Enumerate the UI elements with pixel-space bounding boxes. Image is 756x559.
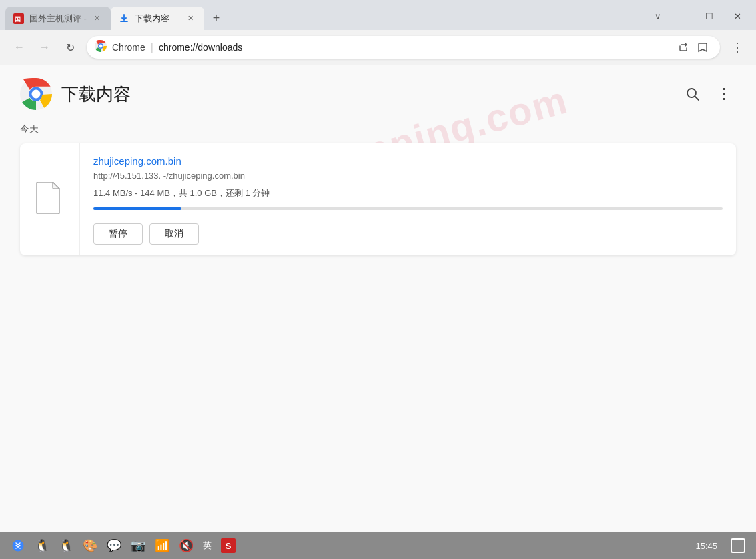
- forward-button[interactable]: →: [33, 36, 56, 59]
- back-button[interactable]: ←: [8, 36, 31, 59]
- download-card: zhujiceping.com.bin http://45.151.133. -…: [20, 143, 736, 255]
- download-actions: 暂停 取消: [93, 223, 723, 245]
- qq1-icon[interactable]: 🐧: [35, 538, 49, 553]
- bluetooth-icon[interactable]: [11, 538, 25, 553]
- minimize-button[interactable]: —: [668, 6, 695, 26]
- address-chrome-icon: [95, 40, 107, 55]
- tab1-favicon: 国: [13, 13, 24, 24]
- chrome-logo: [20, 78, 52, 110]
- ime-icon[interactable]: S: [221, 538, 236, 553]
- new-tab-button[interactable]: +: [207, 9, 226, 27]
- cancel-button[interactable]: 取消: [149, 223, 199, 245]
- download-file-icon-section: [20, 143, 80, 255]
- chevron-icon[interactable]: ∨: [655, 11, 667, 21]
- download-filename[interactable]: zhujiceping.com.bin: [93, 155, 723, 167]
- download-speed: 11.4 MB/s - 144 MB，共 1.0 GB，还剩 1 分钟: [93, 187, 723, 199]
- nav-bar: ← → ↻ Chrome | chrome://downloads: [0, 30, 756, 65]
- address-separator: |: [151, 41, 153, 53]
- camera-icon[interactable]: 📷: [131, 538, 145, 553]
- progress-bar-container: [93, 207, 723, 210]
- progress-bar-fill: [93, 207, 181, 210]
- page-content: zhujiceping.com 下载内容 ⋮: [0, 65, 756, 532]
- taskbar-time: 15:45: [695, 541, 717, 551]
- tab2-close[interactable]: ✕: [185, 13, 196, 24]
- taskbar: 🐧 🐧 🎨 💬 📷 📶 🔇 英 S 15:45: [0, 532, 756, 559]
- main-menu-button[interactable]: ⋮: [725, 36, 748, 59]
- address-url: chrome://downloads: [159, 42, 668, 53]
- qq2-icon[interactable]: 🐧: [59, 538, 73, 553]
- bookmark-button[interactable]: [693, 38, 712, 57]
- notification-button[interactable]: [731, 538, 745, 553]
- page-header-left: 下载内容: [20, 78, 131, 110]
- tab2-favicon: [119, 13, 129, 24]
- svg-point-4: [99, 45, 103, 48]
- tab1-close[interactable]: ✕: [92, 13, 103, 24]
- more-menu-button[interactable]: ⋮: [711, 81, 736, 107]
- close-button[interactable]: ✕: [724, 6, 751, 26]
- address-chrome-label: Chrome: [112, 42, 145, 53]
- address-actions: [673, 38, 712, 57]
- pause-button[interactable]: 暂停: [93, 223, 143, 245]
- tab1-label: 国外主机测评 -: [29, 13, 87, 25]
- svg-point-9: [13, 540, 23, 551]
- sound-icon[interactable]: 🔇: [179, 538, 194, 553]
- pixel-icon[interactable]: 🎨: [83, 538, 97, 553]
- tab-inactive[interactable]: 国 国外主机测评 - ✕: [5, 7, 111, 30]
- search-icon-button[interactable]: [680, 81, 705, 107]
- address-bar[interactable]: Chrome | chrome://downloads: [87, 36, 720, 59]
- file-icon: [35, 182, 65, 217]
- download-info: zhujiceping.com.bin http://45.151.133. -…: [80, 143, 736, 255]
- title-bar: 国 国外主机测评 - ✕ 下载内容 ✕ + ∨ — ☐ ✕: [0, 0, 756, 30]
- page-header: 下载内容 ⋮: [20, 78, 736, 110]
- today-label: 今天: [20, 123, 736, 135]
- svg-point-7: [32, 90, 41, 99]
- page-header-right: ⋮: [680, 81, 736, 107]
- page-title: 下载内容: [61, 83, 131, 106]
- share-button[interactable]: [673, 38, 692, 57]
- reload-button[interactable]: ↻: [59, 36, 81, 59]
- maximize-button[interactable]: ☐: [696, 6, 723, 26]
- tab-active[interactable]: 下载内容 ✕: [111, 7, 204, 30]
- wifi-icon[interactable]: 📶: [155, 538, 169, 553]
- wechat-icon[interactable]: 💬: [107, 538, 121, 553]
- svg-text:国: 国: [15, 16, 21, 23]
- lang-label[interactable]: 英: [203, 540, 212, 552]
- tab2-label: 下载内容: [135, 13, 180, 25]
- download-url: http://45.151.133. -/zhujiceping.com.bin: [93, 171, 723, 181]
- window-controls: ∨ — ☐ ✕: [655, 6, 756, 30]
